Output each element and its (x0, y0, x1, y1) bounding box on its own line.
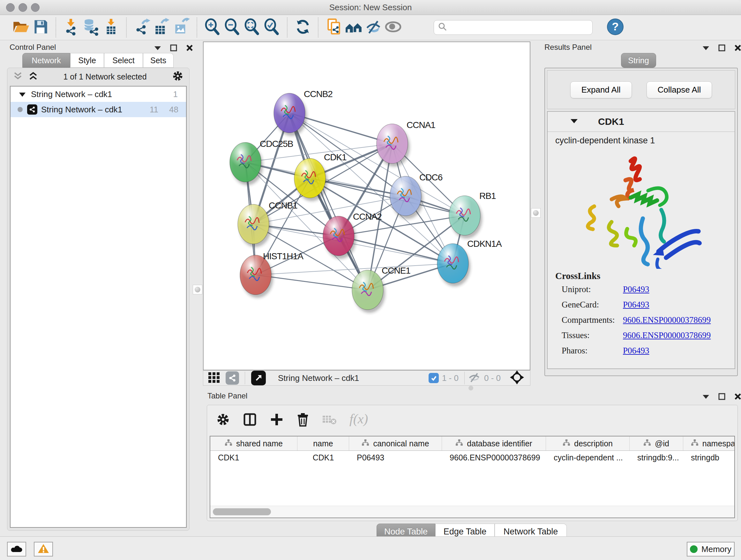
network-node-cdc6[interactable] (390, 176, 421, 216)
table-cell[interactable]: stringdb (683, 453, 735, 462)
tree-expand-icon[interactable] (19, 89, 26, 99)
table-settings-gear-icon[interactable] (216, 413, 230, 428)
table-cell[interactable]: P06493 (349, 453, 442, 462)
network-node-label: CCNB1 (269, 200, 297, 210)
network-node-cdk1[interactable] (294, 159, 326, 198)
network-node-cdc25b[interactable] (230, 142, 261, 182)
tab-string[interactable]: String (621, 53, 656, 68)
show-columns-icon[interactable] (243, 413, 257, 428)
hidden-eye-icon[interactable] (468, 372, 481, 384)
add-column-icon[interactable] (270, 413, 284, 428)
delete-table-icon (322, 414, 337, 427)
zoom-fit-button[interactable] (242, 17, 262, 37)
home-button[interactable] (344, 17, 363, 37)
cloud-status-button[interactable] (7, 542, 26, 557)
control-panel-float-icon[interactable] (170, 44, 178, 53)
warning-status-button[interactable] (34, 542, 53, 557)
horizontal-splitter-grip[interactable] (468, 386, 473, 390)
column-header-0[interactable]: shared name (210, 436, 297, 450)
zoom-selected-button[interactable] (262, 17, 282, 37)
open-session-button[interactable] (11, 17, 30, 37)
crosslink-genecard[interactable]: P06493 (623, 300, 650, 310)
network-node-ccna2[interactable] (323, 216, 354, 256)
grid-view-icon[interactable] (208, 371, 220, 385)
network-node-ccnb1[interactable] (238, 204, 269, 244)
collapse-all-networks-icon[interactable] (13, 71, 23, 82)
export-image-button[interactable] (172, 17, 192, 37)
column-header-4[interactable]: description (546, 436, 630, 450)
delete-column-icon[interactable] (296, 413, 309, 428)
table-panel-close-icon[interactable] (734, 393, 741, 401)
window-minimize-button[interactable] (18, 3, 27, 12)
crosslink-tissues[interactable]: 9606.ENSP00000378699 (623, 330, 711, 340)
column-header-1[interactable]: name (297, 436, 349, 450)
zoom-in-button[interactable] (203, 17, 222, 37)
table-cell[interactable]: cyclin-dependent ... (546, 453, 630, 462)
import-table-button[interactable] (101, 17, 121, 37)
table-cell[interactable]: 9606.ENSP00000378699 (442, 453, 546, 462)
control-panel-close-icon[interactable] (186, 44, 193, 53)
tab-sets[interactable]: Sets (143, 53, 174, 68)
clone-network-button[interactable] (324, 17, 344, 37)
network-node-cdkn1a[interactable] (437, 244, 468, 283)
network-canvas[interactable]: CCNB2CCNA1CDC25BCDK1CDC6RB1CCNB1CCNA2CDK… (203, 42, 530, 370)
column-header-2[interactable]: canonical name (349, 436, 442, 450)
crosslink-compartments[interactable]: 9606.ENSP00000378699 (623, 315, 711, 325)
column-header-label: description (574, 439, 613, 448)
detach-view-icon[interactable] (251, 371, 266, 385)
table-hscrollbar-thumb[interactable] (213, 508, 271, 515)
refresh-button[interactable] (293, 17, 313, 37)
network-node-rb1[interactable] (449, 196, 480, 235)
hide-selected-button[interactable] (363, 17, 383, 37)
results-panel-float-icon[interactable] (718, 44, 726, 53)
help-button[interactable]: ? (605, 17, 625, 37)
network-collection-row[interactable]: String Network – cdk1 1 (10, 86, 186, 102)
window-close-button[interactable] (6, 3, 15, 12)
network-node-ccna1[interactable] (377, 124, 408, 164)
show-hidden-button[interactable] (383, 17, 403, 37)
table-header-row[interactable]: shared namenamecanonical namedatabase id… (210, 436, 734, 451)
network-node-ccnb2[interactable] (274, 93, 305, 133)
import-database-button[interactable] (81, 17, 101, 37)
collapse-all-button[interactable]: Collapse All (647, 81, 712, 98)
export-network-button[interactable] (132, 17, 152, 37)
results-panel-close-icon[interactable] (734, 44, 741, 53)
table-cell[interactable]: stringdb:9... (630, 453, 683, 462)
network-node-ccne1[interactable] (352, 270, 383, 310)
memory-button[interactable]: Memory (687, 542, 735, 557)
column-header-5[interactable]: @id (630, 436, 683, 450)
search-input[interactable] (448, 23, 583, 32)
tab-network[interactable]: Network (22, 53, 70, 68)
expand-all-networks-icon[interactable] (28, 71, 38, 82)
crosslink-uniprot[interactable]: P06493 (623, 285, 650, 294)
network-row[interactable]: String Network – cdk1 11 48 (10, 102, 186, 117)
gene-collapse-icon[interactable] (570, 118, 578, 125)
save-session-button[interactable] (30, 17, 51, 37)
network-share-view-icon[interactable] (226, 371, 239, 385)
column-header-label: shared name (236, 439, 283, 448)
crosslink-pharos[interactable]: P06493 (623, 346, 650, 356)
column-header-3[interactable]: database identifier (442, 436, 546, 450)
export-table-button[interactable] (152, 17, 172, 37)
table-cell[interactable]: CDK1 (297, 453, 349, 462)
network-options-gear-icon[interactable] (172, 70, 184, 83)
tab-select[interactable]: Select (104, 53, 143, 68)
results-panel-menu-icon[interactable] (702, 45, 710, 52)
table-cell[interactable]: CDK1 (210, 453, 297, 462)
table-panel-menu-icon[interactable] (702, 394, 710, 401)
table-hscrollbar[interactable] (210, 506, 734, 517)
left-splitter-handle[interactable] (193, 285, 202, 294)
tab-style[interactable]: Style (70, 53, 104, 68)
column-header-6[interactable]: namespac (683, 436, 735, 450)
right-splitter-handle[interactable] (531, 208, 541, 218)
expand-all-button[interactable]: Expand All (570, 81, 632, 98)
table-panel-float-icon[interactable] (718, 393, 726, 401)
selected-checkbox-icon[interactable] (428, 373, 439, 383)
import-network-button[interactable] (62, 17, 81, 37)
node-table[interactable]: shared namenamecanonical namedatabase id… (210, 436, 735, 518)
birds-eye-icon[interactable] (510, 370, 524, 386)
zoom-out-button[interactable] (222, 17, 242, 37)
control-panel-menu-icon[interactable] (154, 45, 161, 52)
table-row[interactable]: CDK1CDK1P064939606.ENSP00000378699cyclin… (210, 451, 734, 464)
window-zoom-button[interactable] (31, 3, 40, 12)
